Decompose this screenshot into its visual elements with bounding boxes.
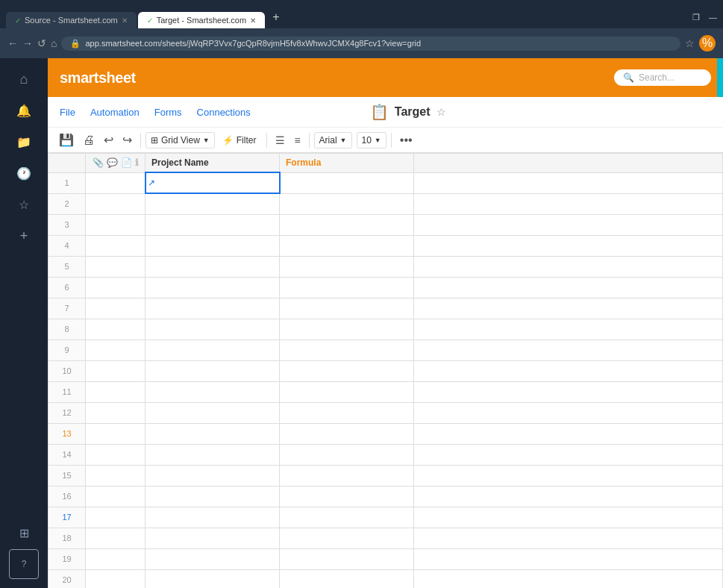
profile-button[interactable]: % (699, 35, 716, 51)
formula-cell[interactable] (280, 277, 414, 298)
table-row: 3 (48, 214, 723, 235)
formula-cell[interactable] (280, 423, 414, 444)
formula-cell[interactable] (280, 486, 414, 507)
undo-button[interactable]: ↩ (100, 131, 117, 149)
filter-button[interactable]: ⚡ Filter (216, 133, 263, 148)
back-button[interactable]: ← (7, 37, 18, 49)
row-number: 1 (48, 172, 86, 193)
nav-file[interactable]: File (60, 107, 75, 118)
home-button[interactable]: ⌂ (51, 37, 57, 49)
search-box[interactable]: 🔍 Search... (614, 69, 711, 86)
tab-target-close[interactable]: ✕ (250, 16, 256, 25)
project-name-cell[interactable]: ↗ (145, 172, 280, 193)
redo-button[interactable]: ↪ (119, 131, 136, 149)
reload-button[interactable]: ↺ (37, 37, 46, 49)
more-options-button[interactable]: ••• (396, 131, 416, 149)
tab-target-label: Target - Smartsheet.com (157, 16, 246, 25)
project-name-cell[interactable] (145, 444, 280, 465)
formula-cell[interactable] (280, 465, 414, 486)
sidebar-bell[interactable]: 🔔 (9, 96, 39, 125)
table-row: 18 (48, 528, 723, 548)
formula-cell[interactable] (280, 214, 414, 235)
grid-view-selector[interactable]: ⊞ Grid View ▼ (145, 132, 215, 148)
sidebar-add[interactable]: + (9, 221, 39, 251)
nav-forms[interactable]: Forms (154, 107, 182, 118)
extra-cell (414, 340, 723, 360)
align-center-button[interactable]: ≡ (290, 132, 304, 148)
sidebar-clock[interactable]: 🕐 (9, 158, 39, 188)
sidebar-folder[interactable]: 📁 (9, 127, 39, 157)
forward-button[interactable]: → (22, 37, 33, 49)
formula-cell[interactable] (280, 548, 414, 569)
project-name-cell[interactable] (145, 235, 280, 256)
project-name-cell[interactable] (145, 298, 280, 319)
star-button[interactable]: ☆ (685, 37, 695, 49)
project-name-cell[interactable] (145, 465, 280, 486)
project-name-cell[interactable] (145, 381, 280, 402)
project-name-cell[interactable] (145, 548, 280, 569)
formula-cell[interactable] (280, 402, 414, 423)
tab-source[interactable]: ✓ Source - Smartsheet.com ✕ (6, 12, 137, 28)
formula-cell[interactable] (280, 360, 414, 381)
project-name-cell[interactable] (145, 360, 280, 381)
address-bar[interactable]: 🔒 app.smartsheet.com/sheets/jWqRP3Vvx7gc… (61, 37, 680, 51)
window-maximize[interactable]: ❐ (692, 13, 700, 22)
align-left-button[interactable]: ☰ (272, 132, 289, 148)
tab-source-close[interactable]: ✕ (122, 16, 128, 25)
sidebar-grid[interactable]: ⊞ (9, 518, 39, 548)
project-name-cell[interactable] (145, 277, 280, 298)
formula-cell[interactable] (280, 298, 414, 319)
nav-automation[interactable]: Automation (90, 107, 140, 118)
font-size-selector[interactable]: 10 ▼ (357, 132, 386, 148)
formula-cell[interactable] (280, 528, 414, 548)
sheet-star[interactable]: ☆ (436, 106, 446, 118)
project-name-cell[interactable] (145, 569, 280, 588)
formula-cell[interactable] (280, 256, 414, 277)
formula-cell[interactable] (280, 172, 414, 193)
formula-cell[interactable] (280, 193, 414, 214)
formula-cell[interactable] (280, 381, 414, 402)
formula-cell[interactable] (280, 235, 414, 256)
project-name-cell[interactable] (145, 423, 280, 444)
formula-cell[interactable] (280, 340, 414, 360)
table-row: 14 (48, 444, 723, 465)
formula-cell[interactable] (280, 507, 414, 528)
new-tab-button[interactable]: + (266, 9, 285, 25)
project-name-cell[interactable] (145, 193, 280, 214)
project-name-header[interactable]: Project Name (145, 154, 280, 173)
column-header-row: 📎 💬 📄 ℹ Project Name Formula (48, 154, 723, 173)
nav-connections[interactable]: Connections (197, 107, 251, 118)
row-icons-cell (86, 340, 145, 360)
sidebar-help[interactable]: ? (9, 549, 39, 579)
formula-cell[interactable] (280, 319, 414, 340)
tab-target[interactable]: ✓ Target - Smartsheet.com ✕ (138, 12, 265, 28)
row-icons-cell (86, 444, 145, 465)
project-name-cell[interactable] (145, 507, 280, 528)
project-name-cell[interactable] (145, 486, 280, 507)
font-selector[interactable]: Arial ▼ (314, 132, 352, 148)
extra-cell (414, 381, 723, 402)
table-row: 11 (48, 381, 723, 402)
row-number: 6 (48, 277, 86, 298)
formula-cell[interactable] (280, 444, 414, 465)
project-name-cell[interactable] (145, 528, 280, 548)
grid-table: 📎 💬 📄 ℹ Project Name Formula (48, 153, 723, 588)
sheet-header: File Automation Forms Connections 📋 Targ… (48, 97, 723, 153)
topbar: smartsheet 🔍 Search... (48, 58, 723, 97)
sheet-title: Target (395, 105, 431, 119)
formula-header[interactable]: Formula (280, 154, 414, 173)
project-name-cell[interactable] (145, 214, 280, 235)
formula-cell[interactable] (280, 569, 414, 588)
project-name-cell[interactable] (145, 256, 280, 277)
project-name-cell[interactable] (145, 340, 280, 360)
print-button[interactable]: 🖨 (79, 131, 98, 149)
window-minimize[interactable]: — (709, 13, 717, 22)
sidebar-star[interactable]: ☆ (9, 190, 39, 219)
project-name-cell[interactable] (145, 319, 280, 340)
extra-cell (414, 277, 723, 298)
sidebar-home[interactable]: ⌂ (9, 64, 39, 94)
row-icons-header: 📎 💬 📄 ℹ (86, 154, 145, 173)
row-icons-cell (86, 423, 145, 444)
save-button[interactable]: 💾 (55, 131, 78, 149)
project-name-cell[interactable] (145, 402, 280, 423)
